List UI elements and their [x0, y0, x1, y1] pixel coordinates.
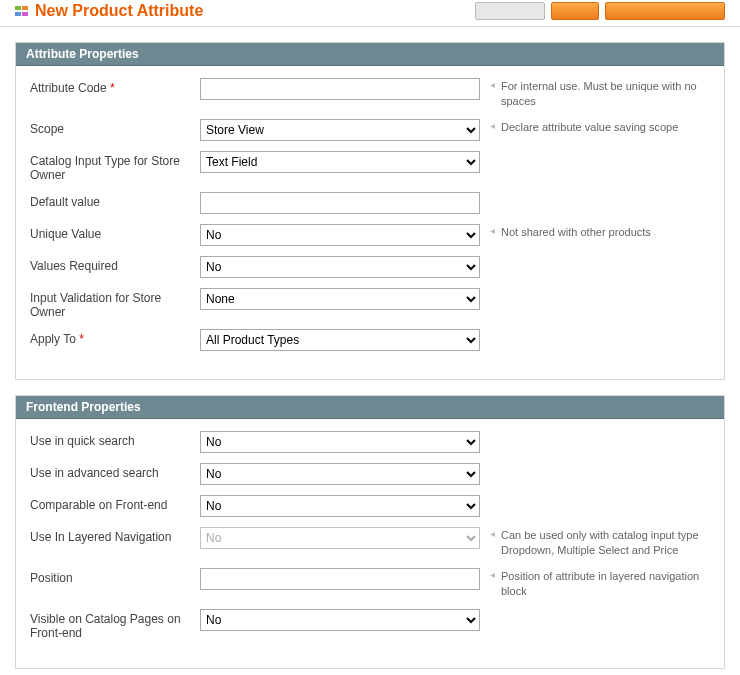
hint-arrow-icon: ◂ — [490, 78, 495, 92]
svg-rect-3 — [22, 12, 28, 16]
label-apply-to: Apply To * — [30, 329, 200, 346]
select-layered-nav: No — [200, 527, 480, 549]
label-visible-catalog: Visible on Catalog Pages on Front-end — [30, 609, 200, 640]
label-layered-nav: Use In Layered Navigation — [30, 527, 200, 544]
field-input-type: Catalog Input Type for Store Owner Text … — [30, 151, 710, 182]
label-input-validation: Input Validation for Store Owner — [30, 288, 200, 319]
field-default-value: Default value — [30, 192, 710, 214]
hint-position: ◂ Position of attribute in layered navig… — [480, 568, 710, 599]
frontend-properties-body: Use in quick search No Use in advanced s… — [16, 419, 724, 668]
hint-scope: ◂ Declare attribute value saving scope — [480, 119, 710, 135]
select-adv-search[interactable]: No — [200, 463, 480, 485]
hint-text: Can be used only with catalog input type… — [501, 527, 710, 558]
select-values-required[interactable]: No — [200, 256, 480, 278]
hint-unique-value: ◂ Not shared with other products — [480, 224, 710, 240]
reset-button[interactable] — [551, 2, 599, 20]
label-text: Apply To — [30, 332, 76, 346]
input-position[interactable] — [200, 568, 480, 590]
field-visible-catalog: Visible on Catalog Pages on Front-end No — [30, 609, 710, 640]
select-input-validation[interactable]: None — [200, 288, 480, 310]
label-input-type: Catalog Input Type for Store Owner — [30, 151, 200, 182]
page-title: New Product Attribute — [35, 2, 469, 20]
field-position: Position ◂ Position of attribute in laye… — [30, 568, 710, 599]
attribute-properties-body: Attribute Code * ◂ For internal use. Mus… — [16, 66, 724, 379]
required-marker: * — [110, 81, 115, 95]
field-values-required: Values Required No — [30, 256, 710, 278]
svg-rect-2 — [15, 12, 21, 16]
select-apply-to[interactable]: All Product Types — [200, 329, 480, 351]
label-adv-search: Use in advanced search — [30, 463, 200, 480]
field-unique-value: Unique Value No ◂ Not shared with other … — [30, 224, 710, 246]
hint-text: Position of attribute in layered navigat… — [501, 568, 710, 599]
required-marker: * — [79, 332, 84, 346]
label-text: Attribute Code — [30, 81, 107, 95]
field-apply-to: Apply To * All Product Types — [30, 329, 710, 351]
select-quick-search[interactable]: No — [200, 431, 480, 453]
hint-attribute-code: ◂ For internal use. Must be unique with … — [480, 78, 710, 109]
label-values-required: Values Required — [30, 256, 200, 273]
frontend-properties-header: Frontend Properties — [16, 396, 724, 419]
hint-arrow-icon: ◂ — [490, 527, 495, 541]
product-attribute-icon — [15, 4, 29, 18]
hint-arrow-icon: ◂ — [490, 568, 495, 582]
field-scope: Scope Store View ◂ Declare attribute val… — [30, 119, 710, 141]
field-adv-search: Use in advanced search No — [30, 463, 710, 485]
hint-arrow-icon: ◂ — [490, 119, 495, 133]
field-comparable: Comparable on Front-end No — [30, 495, 710, 517]
field-quick-search: Use in quick search No — [30, 431, 710, 453]
select-unique-value[interactable]: No — [200, 224, 480, 246]
field-attribute-code: Attribute Code * ◂ For internal use. Mus… — [30, 78, 710, 109]
svg-rect-1 — [22, 6, 28, 10]
save-attribute-button[interactable] — [605, 2, 725, 20]
hint-text: Not shared with other products — [501, 224, 651, 240]
select-scope[interactable]: Store View — [200, 119, 480, 141]
frontend-properties-panel: Frontend Properties Use in quick search … — [15, 395, 725, 669]
label-scope: Scope — [30, 119, 200, 136]
hint-text: For internal use. Must be unique with no… — [501, 78, 710, 109]
hint-layered-nav: ◂ Can be used only with catalog input ty… — [480, 527, 710, 558]
label-unique-value: Unique Value — [30, 224, 200, 241]
label-quick-search: Use in quick search — [30, 431, 200, 448]
label-position: Position — [30, 568, 200, 585]
hint-arrow-icon: ◂ — [490, 224, 495, 238]
attribute-properties-panel: Attribute Properties Attribute Code * ◂ … — [15, 42, 725, 380]
back-button[interactable] — [475, 2, 545, 20]
label-comparable: Comparable on Front-end — [30, 495, 200, 512]
label-attribute-code: Attribute Code * — [30, 78, 200, 95]
select-comparable[interactable]: No — [200, 495, 480, 517]
input-default-value[interactable] — [200, 192, 480, 214]
field-input-validation: Input Validation for Store Owner None — [30, 288, 710, 319]
select-visible-catalog[interactable]: No — [200, 609, 480, 631]
field-layered-nav: Use In Layered Navigation No ◂ Can be us… — [30, 527, 710, 558]
input-attribute-code[interactable] — [200, 78, 480, 100]
svg-rect-0 — [15, 6, 21, 10]
label-default-value: Default value — [30, 192, 200, 209]
attribute-properties-header: Attribute Properties — [16, 43, 724, 66]
select-input-type[interactable]: Text Field — [200, 151, 480, 173]
hint-text: Declare attribute value saving scope — [501, 119, 678, 135]
page-header: New Product Attribute — [0, 0, 740, 27]
